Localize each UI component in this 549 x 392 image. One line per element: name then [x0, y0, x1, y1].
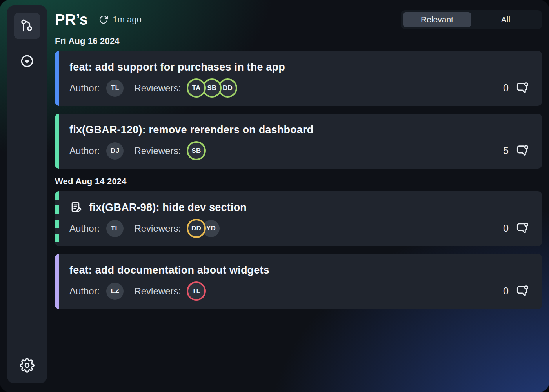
filter-option-all[interactable]: All — [471, 12, 540, 27]
author-label: Author: — [69, 83, 100, 94]
filter-toggle: Relevant All — [401, 10, 542, 29]
git-pull-request-icon — [19, 18, 35, 34]
refresh-icon[interactable] — [99, 15, 108, 24]
sidebar-item-issues[interactable] — [18, 53, 36, 70]
filter-option-relevant[interactable]: Relevant — [403, 12, 471, 27]
header: PR’s 1m ago Relevant All — [55, 9, 542, 30]
refresh-area: 1m ago — [99, 15, 141, 25]
pr-status-accent-bar — [55, 254, 59, 309]
comment-icon[interactable] — [515, 284, 530, 298]
pr-status-accent-bar — [55, 114, 59, 169]
page-title: PR’s — [55, 11, 88, 28]
reviewers-label: Reviewers: — [134, 145, 181, 156]
comment-count: 5 — [503, 145, 509, 156]
sidebar-item-settings[interactable] — [18, 357, 36, 374]
reviewer-avatar: TA — [187, 78, 206, 98]
comments: 0 — [503, 284, 530, 298]
comments: 0 — [503, 81, 530, 95]
card-list: fix(GBAR-98): hide dev section Author: T… — [55, 191, 542, 309]
author-avatar: DJ — [106, 142, 124, 160]
pr-title: fix(GBAR-120): remove rerenders on dashb… — [69, 124, 313, 136]
pr-title: feat: add documentation about widgets — [69, 264, 269, 276]
comment-icon[interactable] — [515, 143, 530, 158]
comment-count: 0 — [503, 223, 509, 234]
comments: 5 — [503, 143, 530, 158]
reviewers-label: Reviewers: — [134, 223, 181, 234]
sidebar-item-pull-requests[interactable] — [14, 13, 40, 39]
pr-feed: Fri Aug 16 2024 feat: add support for pu… — [55, 36, 542, 309]
pr-card[interactable]: feat: add support for purchases in the a… — [55, 51, 542, 106]
author-avatar: LZ — [106, 283, 124, 300]
comment-count: 0 — [503, 82, 509, 94]
reviewers-label: Reviewers: — [134, 83, 181, 94]
reviewer-avatars: TASBDD — [187, 78, 237, 98]
author-avatar: TL — [106, 220, 124, 237]
pr-card[interactable]: feat: add documentation about widgets Au… — [55, 254, 542, 309]
date-heading: Fri Aug 16 2024 — [55, 36, 542, 46]
author-label: Author: — [69, 223, 100, 234]
comments: 0 — [503, 221, 530, 236]
reviewer-avatar: DD — [187, 219, 206, 238]
gear-icon — [20, 358, 35, 373]
last-refreshed-time: 1m ago — [113, 15, 141, 25]
draft-pr-icon — [69, 201, 83, 214]
date-group: Wed Aug 14 2024 fix(GBAR-98): hide dev s… — [55, 176, 542, 309]
reviewer-avatar: TL — [187, 281, 206, 301]
app-window: PR’s 1m ago Relevant All Fri Aug 16 2024 — [0, 0, 549, 392]
reviewer-avatars: TL — [187, 281, 206, 301]
card-list: feat: add support for purchases in the a… — [55, 51, 542, 169]
author-label: Author: — [69, 145, 100, 156]
reviewers-label: Reviewers: — [134, 286, 181, 297]
pr-card[interactable]: fix(GBAR-98): hide dev section Author: T… — [55, 191, 542, 246]
reviewer-avatars: DDYD — [187, 219, 220, 238]
comment-icon[interactable] — [515, 81, 530, 95]
pr-card[interactable]: fix(GBAR-120): remove rerenders on dashb… — [55, 114, 542, 169]
pr-status-accent-bar — [55, 191, 59, 246]
pr-status-accent-bar — [55, 51, 59, 106]
date-group: Fri Aug 16 2024 feat: add support for pu… — [55, 36, 542, 169]
sidebar — [7, 5, 47, 383]
author-label: Author: — [69, 286, 100, 297]
pr-title: fix(GBAR-98): hide dev section — [89, 201, 247, 214]
date-heading: Wed Aug 14 2024 — [55, 176, 542, 187]
main-content: PR’s 1m ago Relevant All Fri Aug 16 2024 — [55, 9, 542, 317]
comment-count: 0 — [503, 285, 509, 297]
comment-icon[interactable] — [515, 221, 530, 236]
author-avatar: TL — [106, 80, 124, 97]
issue-circle-dot-icon — [20, 54, 35, 69]
reviewer-avatars: SB — [187, 141, 206, 160]
pr-title: feat: add support for purchases in the a… — [69, 61, 285, 73]
reviewer-avatar: SB — [187, 141, 206, 160]
